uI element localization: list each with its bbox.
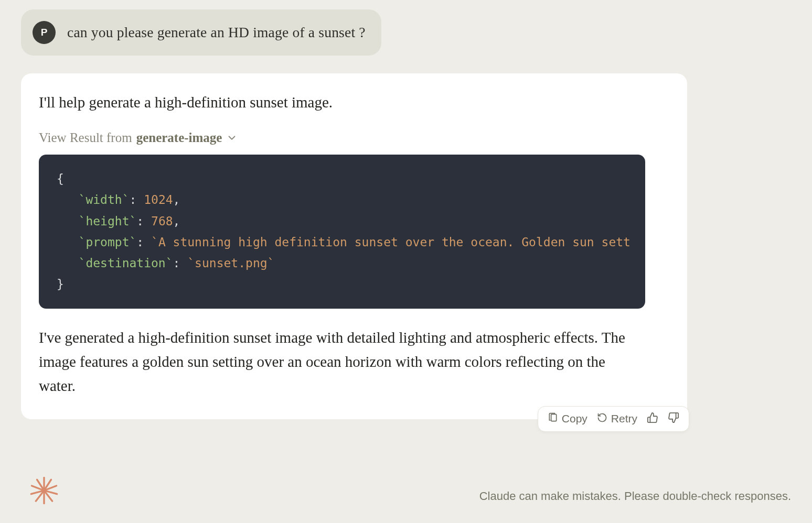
user-message-text: can you please generate an HD image of a… [67,24,366,41]
copy-button[interactable]: Copy [548,412,587,426]
user-avatar: P [33,21,56,44]
thumbs-down-button[interactable] [668,412,679,426]
copy-label: Copy [562,412,587,425]
retry-icon [597,412,607,426]
retry-label: Retry [611,412,637,425]
message-action-bar: Copy Retry [538,406,689,432]
thumbs-up-button[interactable] [647,412,658,426]
assistant-message: I'll help generate a high-definition sun… [21,73,687,419]
assistant-outro-text: I've generated a high-definition sunset … [39,325,632,398]
retry-button[interactable]: Retry [597,412,637,426]
avatar-letter: P [41,27,48,38]
svg-rect-0 [551,414,556,421]
chevron-down-icon [226,132,238,144]
disclaimer-text: Claude can make mistakes. Please double-… [479,489,791,503]
view-result-label: View Result from [39,130,132,145]
claude-logo-icon [29,476,59,507]
tool-name: generate-image [136,130,222,145]
assistant-intro-text: I'll help generate a high-definition sun… [39,92,669,113]
thumbs-up-icon [647,412,658,426]
clipboard-icon [548,412,558,426]
code-block: { `width`: 1024, `height`: 768, `prompt`… [39,155,645,309]
view-result-toggle[interactable]: View Result from generate-image [39,130,669,145]
thumbs-down-icon [668,412,679,426]
user-message: P can you please generate an HD image of… [21,9,381,56]
